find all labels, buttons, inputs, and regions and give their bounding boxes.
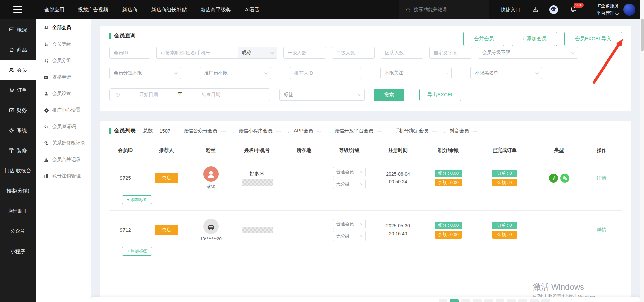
page-button[interactable] [541,299,550,302]
detail-link[interactable]: 详情 [597,175,606,181]
page-button-active[interactable] [450,299,459,302]
page-jump-box[interactable] [571,299,586,302]
sidebar: 概况商品会员订单财务系统装修门店-收银台推客(分销)店铺助手公众号小程序 [0,19,36,302]
member-keyword-group: 昵称 [156,47,277,59]
topnav-item[interactable]: 新店商 [122,7,137,13]
topnav-item[interactable]: 新店商平级奖 [201,7,231,13]
custom-field-input[interactable] [429,47,472,59]
notifications-button[interactable]: 99+ [569,6,577,14]
team-count-input[interactable] [381,47,423,59]
add-tag-button[interactable]: + 添加标签 [122,195,152,204]
tag-select[interactable]: 标签 [279,89,365,101]
quick-entry[interactable]: 快捷入口 [501,7,521,13]
search-button[interactable]: 搜索 [374,89,404,101]
stat-label: 总数： [143,128,158,134]
sidebar-item-5[interactable]: 系统 [0,120,36,140]
member-group-select[interactable]: 无分组 [333,231,366,241]
submenu-item-3[interactable]: 资格申请 [36,69,91,85]
sidebar-item-2[interactable]: 会员 [0,60,36,80]
member-group-select[interactable]: 无分组 [333,179,366,189]
export-excel-button[interactable]: 导出EXCEL [419,89,461,101]
sidebar-item-3[interactable]: 订单 [0,80,36,100]
submenu-item-2[interactable]: AZ会员分组 [36,52,91,69]
submenu-item-label: 资格申请 [52,74,71,80]
add-tag-button[interactable]: + 添加标签 [122,247,152,256]
sidebar-item-1[interactable]: 商品 [0,40,36,60]
sidebar-item-label: 会员 [17,67,27,73]
sidebar-item-8[interactable]: 推客(分销) [0,181,36,201]
submenu-item-7[interactable]: 关系链修改记录 [36,135,91,151]
column-header: 等级/分组 [324,143,375,158]
page-button[interactable] [518,299,527,302]
submenu-item-6[interactable]: 会员邀请码 [36,118,91,135]
user-menu[interactable]: E企盈服务 平台管理员 [597,2,644,17]
topbar-search[interactable]: 搜索功能关键词 [399,0,489,19]
topnav-item[interactable]: 新店商组长补贴 [151,7,187,13]
nickname-type-select[interactable]: 昵称 [238,47,277,59]
sidebar-item-label: 门店-收银台 [5,168,31,174]
wechat-type [560,174,569,183]
balance-badge: 余额 : 0.00 [435,179,462,186]
scrollbar-thumb[interactable] [641,19,644,51]
member-level-select[interactable]: 会员等级不限 [478,47,578,59]
page-button[interactable] [484,299,493,302]
topnav-item[interactable]: AI看舌 [245,7,260,13]
sidebar-item-7[interactable]: 门店-收银台 [0,161,36,181]
member-avatar[interactable] [203,219,219,234]
window-scrollbar[interactable] [640,0,644,302]
page-button[interactable] [496,299,504,302]
submenu-item-0[interactable]: 全部会员 [36,19,91,36]
sidebar-item-6[interactable]: 装修 [0,140,36,161]
decorate-icon [9,147,15,154]
blacklist-filter-select[interactable]: 不限黑名单 [470,67,542,79]
referrer-store-button[interactable]: 总店 [155,173,178,183]
sidebar-item-4[interactable]: 财务 [0,100,36,120]
pagination-bar [91,297,640,302]
member-level-select[interactable]: 普通会员 [333,167,366,177]
referrer-id-input[interactable] [290,67,361,79]
user-avatar[interactable] [623,4,635,16]
all-apps-button[interactable]: 全部应用 [36,7,64,13]
row-divider [109,262,622,262]
member-id: 9712 [120,227,131,233]
add-member-button[interactable]: + 添加会员 [512,32,557,46]
page-button[interactable] [530,299,539,302]
sidebar-item-11[interactable]: 小程序 [0,241,36,261]
sidebar-item-0[interactable]: 概况 [0,19,36,40]
member-excel-import-button[interactable]: 会员EXCEL导入 [564,32,622,46]
menu-icon[interactable] [0,6,36,13]
referrer-store-button[interactable]: 总店 [155,225,178,235]
submenu-item-9[interactable]: 账号注销管理 [36,168,91,184]
topnav-item[interactable]: 投放广告视频 [78,7,108,13]
submenu-item-8[interactable]: 会员合并记录 [36,151,91,168]
member-stats: 总数：1507，微信公众号会员:---，微信小程序会员:---，APP会员:--… [143,128,490,134]
date-range-picker[interactable]: 开始日期 至 结束日期 [109,88,270,101]
level1-count-input[interactable] [283,47,326,59]
page-button[interactable] [473,299,482,302]
page-button[interactable] [461,299,470,302]
sidebar-item-10[interactable]: 公众号 [0,221,36,241]
member-keyword-search[interactable] [156,47,238,59]
submenu-item-5[interactable]: 推广中心设置 [36,102,91,118]
submenu-item-label: 推广中心设置 [52,107,81,113]
page-button[interactable] [507,299,516,302]
detail-link[interactable]: 详情 [597,227,606,233]
page-button[interactable] [439,299,447,302]
member-level-select[interactable]: 普通会员 [333,219,366,229]
sidebar-item-9[interactable]: 店铺助手 [0,201,36,221]
merge-members-button[interactable]: 合并会员 [463,32,504,46]
submenu-item-label: 会员邀请码 [52,124,76,130]
submenu-item-4[interactable]: 会员设置 [36,85,91,102]
promoter-select[interactable]: 推广员不限 [200,67,271,79]
topbar-nav: 投放广告视频新店商新店商组长补贴新店商平级奖AI看舌 [78,7,260,13]
sidebar-item-label: 财务 [17,107,27,114]
follow-filter-select[interactable]: 不限关注 [380,67,452,79]
member-id-input[interactable] [109,47,150,59]
assistant-icon[interactable] [549,5,558,14]
member-avatar[interactable] [203,166,219,182]
level2-count-input[interactable] [332,47,375,59]
member-group-select[interactable]: 会员分组不限 [109,67,181,79]
stat-separator: ， [231,128,236,134]
submenu-item-1[interactable]: 会员等级 [36,36,91,52]
download-icon[interactable] [532,6,539,13]
